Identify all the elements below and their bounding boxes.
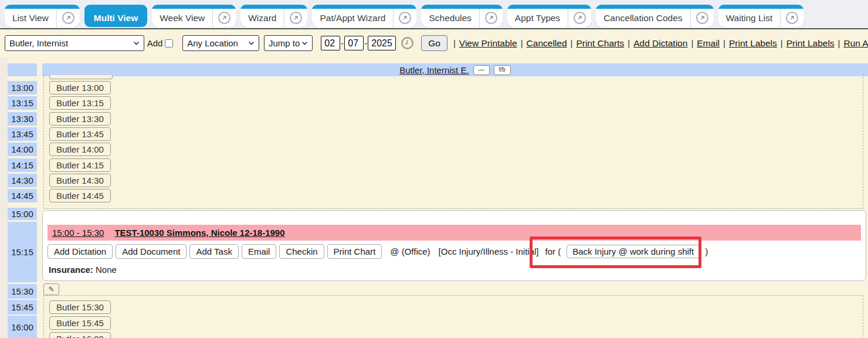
provider-select[interactable]: Butler, Internist <box>5 35 144 51</box>
slot-button-butler-13-45[interactable]: Butler 13:45 <box>49 127 111 141</box>
clock-icon[interactable] <box>401 36 414 50</box>
add-label: Add <box>147 38 163 48</box>
slot-button-butler-14-15[interactable]: Butler 14:15 <box>49 158 111 172</box>
left-gutter <box>0 57 8 338</box>
date-year-input[interactable] <box>368 36 396 50</box>
appointment-reason-box[interactable]: Back Injury @ work during shift <box>567 245 700 258</box>
slot-button-butler-13-00[interactable]: Butler 13:00 <box>49 81 111 94</box>
time-column-header <box>8 63 37 76</box>
appt-action-add-document[interactable]: Add Document <box>116 244 187 259</box>
appt-action-print-chart[interactable]: Print Chart <box>327 244 382 259</box>
fb-button[interactable]: f/b <box>494 65 511 75</box>
launch-icon[interactable] <box>284 12 307 24</box>
tab-label: List View <box>5 13 56 23</box>
slot-button-butler-15-45[interactable]: Butler 15:45 <box>49 316 111 330</box>
slot-button-butler-14-00[interactable]: Butler 14:00 <box>49 143 111 156</box>
launch-icon[interactable] <box>213 12 236 24</box>
appointment-patient-link[interactable]: TEST-10030 Simmons, Nicole 12-18-1990 <box>114 228 284 238</box>
tab-multi-view[interactable]: Multi View <box>84 5 148 27</box>
open-slots-group-upper <box>43 74 863 209</box>
date-day-input[interactable] <box>344 36 364 50</box>
appointment-location-text: @ (Office) <box>390 246 430 256</box>
launch-icon[interactable] <box>781 12 803 24</box>
launch-icon[interactable] <box>691 12 714 24</box>
launch-icon[interactable] <box>568 12 591 24</box>
link-separator: | <box>781 38 783 48</box>
tab-wizard[interactable]: Wizard <box>240 5 307 27</box>
appt-action-checkin[interactable]: Checkin <box>279 244 324 259</box>
insurance-value: None <box>96 265 117 275</box>
appointment-actions-row: Add DictationAdd DocumentAdd TaskEmailCh… <box>48 244 862 259</box>
appointment-header-bar: 15:00 - 15:30 TEST-10030 Simmons, Nicole… <box>48 225 861 241</box>
slot-button-butler-14-30[interactable]: Butler 14:30 <box>49 174 111 187</box>
time-label-15-15: 15:15 <box>8 222 37 282</box>
provider-column-title-link[interactable]: Butler, Internist E. <box>399 65 469 75</box>
open-slots-group-lower <box>43 295 863 338</box>
jump-to-select[interactable]: Jump to <box>264 35 313 51</box>
scheduler-page: List ViewMulti ViewWeek ViewWizardPat/Ap… <box>0 0 868 338</box>
slot-button-partial[interactable] <box>49 75 113 79</box>
location-select[interactable]: Any Location <box>182 35 259 51</box>
time-label-14-45: 14:45 <box>8 189 37 202</box>
launch-icon[interactable] <box>480 12 503 24</box>
date-separator: - <box>364 38 367 48</box>
tab-label: Pat/Appt Wizard <box>312 13 393 23</box>
link-add-dictation[interactable]: Add Dictation <box>633 38 687 49</box>
link-email[interactable]: Email <box>697 38 720 49</box>
tab-label: Appt Types <box>507 13 568 23</box>
launch-circle <box>399 12 411 24</box>
appt-action-email[interactable]: Email <box>242 244 277 259</box>
time-label-13-45: 13:45 <box>8 127 37 141</box>
tab-label: Wizard <box>240 13 284 23</box>
link-print-labels[interactable]: Print Labels <box>729 38 777 49</box>
tab-schedules[interactable]: Schedules <box>421 5 502 27</box>
slot-button-butler-16-00[interactable]: Butler 16:00 <box>49 332 111 338</box>
tab-list-view[interactable]: List View <box>5 5 80 27</box>
tab-cancellation-codes[interactable]: Cancellation Codes <box>596 5 713 27</box>
slot-button-butler-15-30[interactable]: Butler 15:30 <box>49 300 111 314</box>
tab-week-view[interactable]: Week View <box>152 5 236 27</box>
time-label-14-30: 14:30 <box>8 174 37 187</box>
link-cancelled[interactable]: Cancelled <box>527 38 567 49</box>
tab-inner: Week View <box>152 9 236 27</box>
launch-icon[interactable] <box>57 12 80 24</box>
link-run-all[interactable]: Run All <box>843 38 868 49</box>
tab-appt-types[interactable]: Appt Types <box>507 5 591 27</box>
collapse-column-button[interactable]: — <box>473 65 490 75</box>
link-print-charts[interactable]: Print Charts <box>576 38 624 49</box>
edit-slot-button[interactable]: ✎ <box>43 283 59 295</box>
time-label-15-45: 15:45 <box>8 300 37 315</box>
slot-button-butler-14-45[interactable]: Butler 14:45 <box>49 189 111 202</box>
appointment-time-range-link[interactable]: 15:00 - 15:30 <box>52 228 104 238</box>
appt-action-add-dictation[interactable]: Add Dictation <box>48 244 113 259</box>
tab-inner: Multi View <box>84 9 148 27</box>
tab-inner: Waiting List <box>718 9 804 27</box>
launch-circle <box>574 12 586 24</box>
slot-button-butler-13-15[interactable]: Butler 13:15 <box>49 96 111 110</box>
link-print-labels[interactable]: Print Labels <box>786 38 835 49</box>
add-checkbox[interactable] <box>165 39 173 48</box>
appointment-visit-type-text: [Occ Injury/Illness - Initial] <box>439 246 539 256</box>
time-label-14-00: 14:00 <box>8 143 37 156</box>
chevron-down-icon <box>301 41 308 45</box>
chevron-down-icon <box>248 41 255 45</box>
launch-icon[interactable] <box>394 12 416 24</box>
date-month-input[interactable] <box>321 36 340 50</box>
launch-circle <box>290 12 302 24</box>
location-select-value: Any Location <box>187 38 238 48</box>
go-button[interactable]: Go <box>421 35 447 51</box>
launch-circle <box>62 12 74 24</box>
appt-action-add-task[interactable]: Add Task <box>189 244 238 259</box>
link-view-printable[interactable]: View Printable <box>459 38 517 49</box>
tab-pat-appt-wizard[interactable]: Pat/Appt Wizard <box>312 5 416 27</box>
tab-waiting-list[interactable]: Waiting List <box>718 5 804 27</box>
provider-select-value: Butler, Internist <box>9 38 68 48</box>
link-separator: | <box>838 38 840 48</box>
tab-inner: Appt Types <box>507 9 591 27</box>
tab-inner: Schedules <box>421 9 502 27</box>
link-separator: | <box>628 38 630 48</box>
slot-button-butler-13-30[interactable]: Butler 13:30 <box>49 112 111 126</box>
link-separator: | <box>521 38 523 48</box>
pencil-icon: ✎ <box>48 285 54 293</box>
toolbar: Butler, Internist Add Any Location Jump … <box>0 29 868 57</box>
